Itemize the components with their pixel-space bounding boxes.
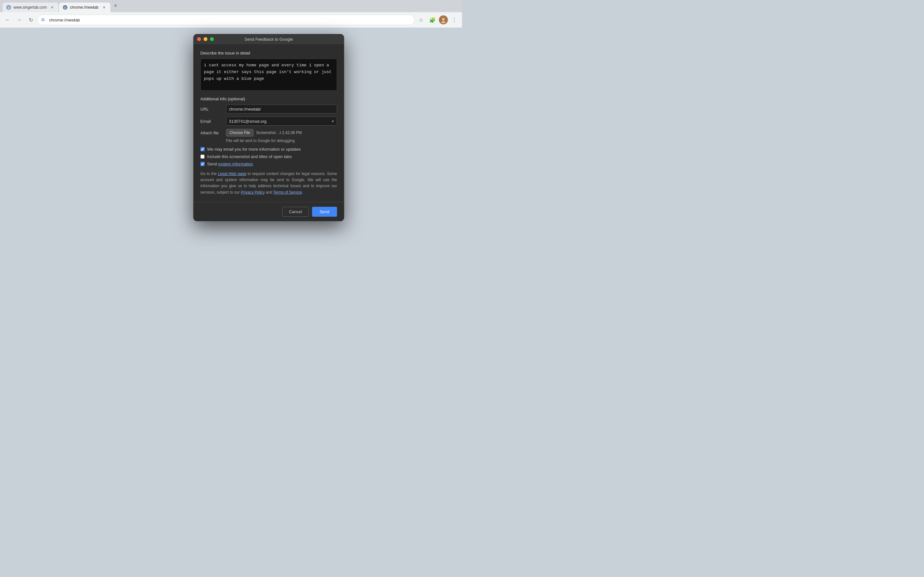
browser-content: Send Feedback to Google Describe the iss… — [0, 27, 462, 288]
profile-button[interactable] — [439, 15, 448, 24]
checkbox-sysinfo-row: Send system information — [200, 161, 337, 166]
checkbox-sysinfo[interactable] — [200, 162, 205, 166]
google-logo: G — [41, 17, 47, 23]
tab-favicon-2: C — [63, 5, 67, 10]
email-select[interactable]: 3130741@smsd.org — [226, 117, 337, 126]
checkbox-screenshot[interactable] — [200, 155, 205, 159]
legal-text-and: and — [265, 190, 273, 195]
feedback-textarea[interactable]: i cant access my home page and every tim… — [200, 59, 337, 91]
checkbox-email-label[interactable]: We may email you for more information or… — [207, 147, 301, 152]
toolbar-right: ☆ 🧩 ⋮ — [416, 15, 459, 25]
file-debug-note: File will be sent to Google for debuggin… — [226, 139, 337, 143]
tab-newtab[interactable]: C chrome://newtab ✕ — [59, 3, 110, 12]
send-button[interactable]: Send — [312, 207, 337, 217]
tab-singertab[interactable]: S www.singertab.com ✕ — [3, 3, 58, 12]
legal-help-link[interactable]: Legal Help page — [218, 171, 246, 176]
legal-text-end: . — [302, 190, 303, 195]
window-close-button[interactable] — [197, 37, 201, 41]
url-input[interactable] — [226, 105, 337, 113]
checkbox-email[interactable] — [200, 147, 205, 151]
tab-favicon-1: S — [6, 5, 11, 10]
tab-title-2: chrome://newtab — [70, 5, 99, 10]
url-label: URL — [200, 107, 226, 111]
tab-bar: S www.singertab.com ✕ C chrome://newtab … — [0, 0, 462, 12]
window-maximize-button[interactable] — [210, 37, 214, 41]
window-minimize-button[interactable] — [204, 37, 208, 41]
legal-text: Go to the Legal Help page to request con… — [200, 171, 337, 195]
checkbox-screenshot-label[interactable]: Include this screenshot and titles of op… — [207, 154, 292, 159]
new-tab-button[interactable]: + — [111, 1, 120, 10]
address-bar[interactable]: G — [37, 15, 415, 25]
attached-file-name: Screenshot ...t 2.42.06 PM — [256, 131, 302, 135]
toolbar: ← → ↻ G ☆ 🧩 ⋮ — [0, 12, 462, 27]
reload-button[interactable]: ↻ — [26, 15, 36, 25]
feedback-modal: Send Feedback to Google Describe the iss… — [194, 34, 344, 221]
svg-text:S: S — [8, 7, 10, 9]
email-row: Email 3130741@smsd.org ▼ — [200, 117, 337, 126]
svg-point-5 — [442, 18, 445, 21]
window-controls — [197, 37, 214, 41]
email-label: Email — [200, 119, 226, 124]
back-button[interactable]: ← — [3, 15, 13, 25]
url-row: URL — [200, 105, 337, 113]
modal-title: Send Feedback to Google — [244, 37, 293, 42]
modal-titlebar: Send Feedback to Google — [194, 34, 344, 44]
describe-label: Describe the issue in detail — [200, 51, 337, 55]
checkbox-screenshot-row: Include this screenshot and titles of op… — [200, 154, 337, 159]
attach-file-row: Attach file Choose File Screenshot ...t … — [200, 129, 337, 137]
checkbox-sysinfo-prefix: Send — [207, 161, 218, 166]
attach-label: Attach file — [200, 131, 226, 135]
privacy-policy-link[interactable]: Privacy Policy — [241, 190, 265, 195]
checkbox-sysinfo-label[interactable]: Send system information — [207, 161, 253, 166]
modal-footer: Cancel Send — [194, 202, 344, 221]
choose-file-button[interactable]: Choose File — [226, 129, 254, 137]
checkbox-email-row: We may email you for more information or… — [200, 147, 337, 152]
additional-info-label: Additional info (optional) — [200, 97, 337, 101]
modal-body: Describe the issue in detail i cant acce… — [194, 44, 344, 202]
svg-text:C: C — [65, 7, 66, 9]
tab-title-1: www.singertab.com — [13, 5, 47, 10]
cancel-button[interactable]: Cancel — [282, 207, 309, 217]
address-input[interactable] — [49, 18, 410, 23]
system-info-link[interactable]: system information — [218, 161, 253, 166]
email-select-wrapper: 3130741@smsd.org ▼ — [226, 117, 337, 126]
menu-button[interactable]: ⋮ — [449, 15, 459, 25]
bookmark-button[interactable]: ☆ — [416, 15, 426, 25]
tab-close-1[interactable]: ✕ — [49, 5, 55, 10]
legal-text-part1: Go to the — [200, 171, 218, 176]
tab-close-2[interactable]: ✕ — [102, 5, 107, 10]
forward-button[interactable]: → — [14, 15, 24, 25]
tos-link[interactable]: Terms of Service — [273, 190, 302, 195]
browser-frame: S www.singertab.com ✕ C chrome://newtab … — [0, 0, 462, 288]
extensions-button[interactable]: 🧩 — [427, 15, 438, 25]
